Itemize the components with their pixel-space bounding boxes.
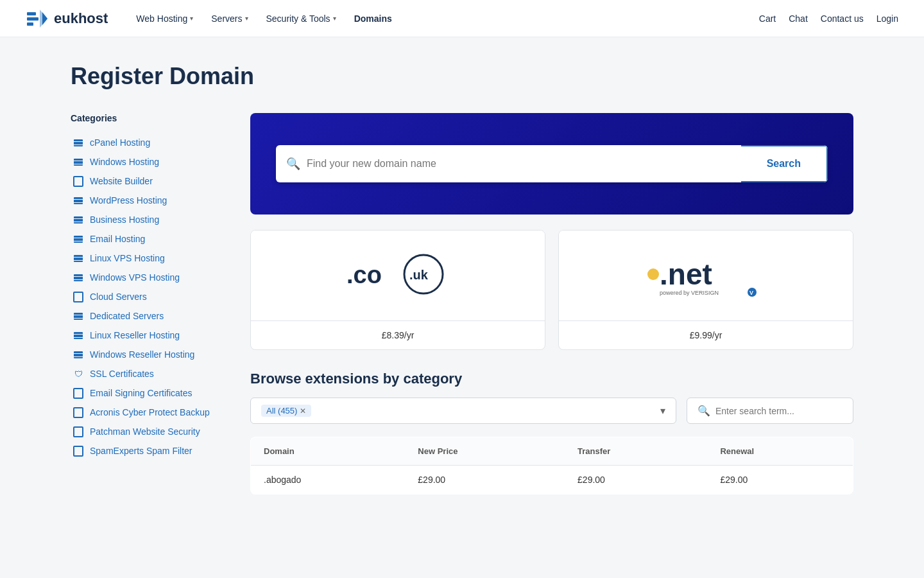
shield-icon: 🛡 <box>73 369 83 379</box>
layers-icon <box>73 195 83 206</box>
sidebar-item-patchman[interactable]: Patchman Website Security <box>71 423 225 441</box>
box-icon <box>73 426 83 437</box>
col-renewal: Renewal <box>707 437 853 466</box>
content-layout: Categories cPanel Hosting Windows Hostin… <box>71 113 853 495</box>
layers-icon <box>73 157 83 167</box>
layers-icon <box>73 349 83 360</box>
search-icon: 🔍 <box>286 157 300 171</box>
main-content: 🔍 Search .co .uk <box>250 113 853 495</box>
chat-link[interactable]: Chat <box>789 13 808 24</box>
domain-card-couk[interactable]: .co .uk £8.39/yr <box>250 230 545 350</box>
table-row: .abogado £29.00 £29.00 £29.00 <box>251 466 853 495</box>
domain-cards: .co .uk £8.39/yr <box>250 230 853 350</box>
contact-link[interactable]: Contact us <box>821 13 864 24</box>
sidebar-item-email-signing-certificates[interactable]: Email Signing Certificates <box>71 384 225 402</box>
sidebar-item-acronis-backup[interactable]: Acronis Cyber Protect Backup <box>71 403 225 421</box>
sidebar-item-dedicated-servers[interactable]: Dedicated Servers <box>71 307 225 325</box>
couk-price: £8.39/yr <box>251 320 545 349</box>
all-filter-tag: All (455) ✕ <box>261 405 311 417</box>
chevron-down-icon: ▾ <box>190 15 193 22</box>
col-new-price: New Price <box>405 437 565 466</box>
nav-actions: Cart Chat Contact us Login <box>759 13 898 24</box>
sidebar-item-windows-reseller-hosting[interactable]: Windows Reseller Hosting <box>71 346 225 363</box>
box-icon <box>73 407 83 417</box>
sidebar-item-cpanel-hosting[interactable]: cPanel Hosting <box>71 134 225 152</box>
transfer-price: £29.00 <box>565 466 707 495</box>
sidebar-item-cloud-servers[interactable]: Cloud Servers <box>71 288 225 306</box>
nav-links: Web Hosting ▾ Servers ▾ Security & Tools… <box>128 10 738 28</box>
search-icon: 🔍 <box>697 405 710 417</box>
layers-icon <box>73 215 83 225</box>
category-list: cPanel Hosting Windows Hosting Website B… <box>71 134 225 460</box>
search-row: 🔍 Search <box>276 145 828 182</box>
svg-text:V: V <box>749 290 753 296</box>
net-logo: .net powered by VERISIGN V <box>559 231 853 320</box>
layers-icon <box>73 137 83 148</box>
renewal-price: £29.00 <box>707 466 853 495</box>
col-domain: Domain <box>251 437 406 466</box>
search-button[interactable]: Search <box>741 145 828 182</box>
page-wrapper: Register Domain Categories cPanel Hostin… <box>45 37 879 533</box>
domain-card-net[interactable]: .net powered by VERISIGN V £9.99/yr <box>558 230 853 350</box>
chevron-down-icon: ▾ <box>333 15 336 22</box>
box-icon <box>73 388 83 398</box>
svg-text:powered by VERISIGN: powered by VERISIGN <box>660 290 719 296</box>
sidebar-item-windows-vps-hosting[interactable]: Windows VPS Hosting <box>71 268 225 286</box>
cart-link[interactable]: Cart <box>759 13 776 24</box>
extensions-table: Domain New Price Transfer Renewal .aboga… <box>250 437 853 495</box>
logo[interactable]: eukhost <box>26 7 108 30</box>
sidebar-item-ssl-certificates[interactable]: 🛡 SSL Certificates <box>71 365 225 383</box>
couk-logo: .co .uk <box>251 231 545 320</box>
sidebar-item-linux-reseller-hosting[interactable]: Linux Reseller Hosting <box>71 326 225 344</box>
svg-rect-1 <box>27 17 38 21</box>
extension-search-wrap: 🔍 <box>687 398 853 424</box>
sidebar-item-email-hosting[interactable]: Email Hosting <box>71 230 225 248</box>
filter-tag-close[interactable]: ✕ <box>300 407 306 416</box>
svg-text:.net: .net <box>660 258 712 291</box>
category-filter[interactable]: All (455) ✕ ▾ <box>250 398 676 424</box>
extension-search-input[interactable] <box>715 406 843 416</box>
nav-security-tools[interactable]: Security & Tools ▾ <box>259 10 344 28</box>
layers-icon <box>73 311 83 321</box>
sidebar-item-windows-hosting[interactable]: Windows Hosting <box>71 153 225 171</box>
net-price: £9.99/yr <box>559 320 853 349</box>
col-transfer: Transfer <box>565 437 707 466</box>
svg-point-8 <box>647 268 659 280</box>
navbar: eukhost Web Hosting ▾ Servers ▾ Security… <box>0 0 924 37</box>
domain-name: .abogado <box>251 466 406 495</box>
browse-section: Browse extensions by category All (455) … <box>250 371 853 495</box>
box-icon <box>73 292 83 302</box>
svg-rect-2 <box>27 22 33 26</box>
nav-servers[interactable]: Servers ▾ <box>203 10 255 28</box>
brand-name: eukhost <box>54 10 108 27</box>
svg-marker-4 <box>42 12 47 25</box>
svg-rect-0 <box>27 12 36 15</box>
layers-icon <box>73 330 83 340</box>
categories-heading: Categories <box>71 113 225 123</box>
layers-icon <box>73 253 83 263</box>
login-link[interactable]: Login <box>877 13 898 24</box>
nav-web-hosting[interactable]: Web Hosting ▾ <box>128 10 201 28</box>
sidebar-item-spamexperts[interactable]: SpamExperts Spam Filter <box>71 442 225 460</box>
svg-text:.co: .co <box>346 261 382 288</box>
chevron-down-icon: ▾ <box>245 15 248 22</box>
layers-icon <box>73 272 83 283</box>
nav-domains[interactable]: Domains <box>346 10 400 28</box>
page-title: Register Domain <box>71 63 853 90</box>
browse-filters: All (455) ✕ ▾ 🔍 <box>250 398 853 424</box>
sidebar-item-wordpress-hosting[interactable]: WordPress Hosting <box>71 191 225 209</box>
search-input-wrap: 🔍 <box>276 145 741 182</box>
sidebar-item-website-builder[interactable]: Website Builder <box>71 172 225 190</box>
search-banner: 🔍 Search <box>250 113 853 215</box>
box-icon <box>73 176 83 186</box>
sidebar: Categories cPanel Hosting Windows Hostin… <box>71 113 225 495</box>
sidebar-item-linux-vps-hosting[interactable]: Linux VPS Hosting <box>71 249 225 267</box>
browse-title: Browse extensions by category <box>250 371 853 387</box>
chevron-down-icon: ▾ <box>660 405 665 417</box>
domain-search-input[interactable] <box>307 146 731 181</box>
layers-icon <box>73 234 83 244</box>
svg-text:.uk: .uk <box>409 268 429 282</box>
new-price: £29.00 <box>405 466 565 495</box>
box-icon <box>73 446 83 456</box>
sidebar-item-business-hosting[interactable]: Business Hosting <box>71 211 225 229</box>
